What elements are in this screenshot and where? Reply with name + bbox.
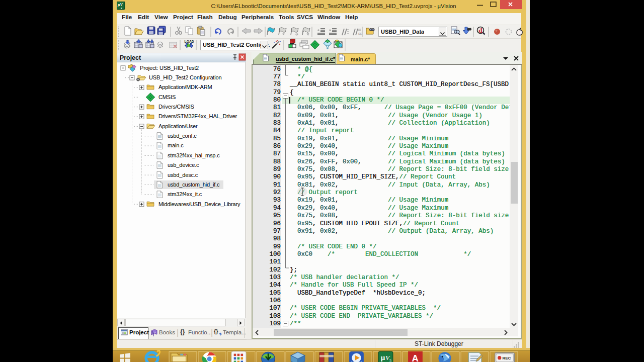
svg-text:A: A (412, 353, 419, 362)
svg-text:REC: REC (502, 356, 511, 360)
svg-text:5: 5 (389, 358, 391, 362)
svg-text:µ: µ (381, 353, 385, 361)
